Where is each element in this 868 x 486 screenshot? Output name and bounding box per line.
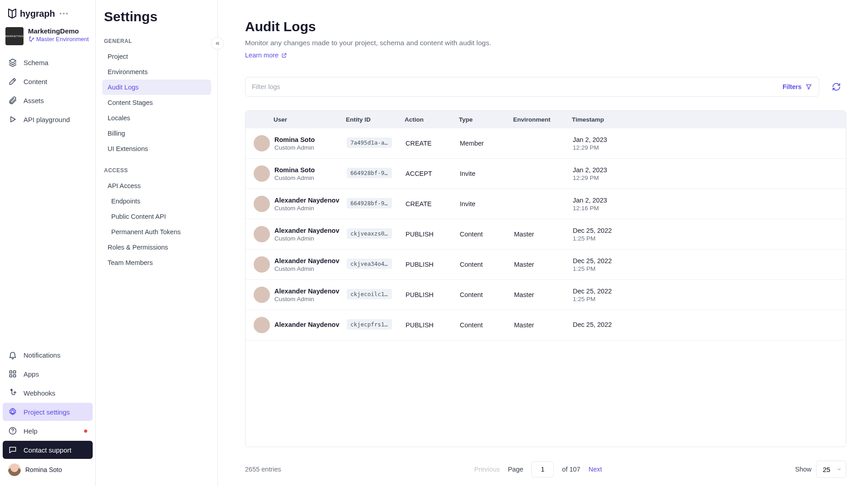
row-type: Invite [460, 200, 514, 208]
page-label: Page [508, 466, 523, 473]
row-user-role: Custom Admin [274, 144, 347, 151]
row-user-name: Romina Soto [274, 136, 347, 143]
sidebar-item-assets[interactable]: Assets [3, 91, 93, 109]
sidebar-item-schema[interactable]: Schema [3, 53, 93, 71]
gear-icon [8, 407, 17, 416]
project-environment[interactable]: Master Environment [28, 36, 89, 42]
more-icon[interactable] [60, 13, 68, 14]
paperclip-icon [8, 96, 17, 105]
settings-item-audit-logs[interactable]: Audit Logs [102, 80, 211, 95]
entity-id: 7a495d1a-a7… [347, 137, 392, 148]
page-title: Audit Logs [245, 19, 846, 34]
sidebar-item-contact-support[interactable]: Contact support [3, 441, 93, 459]
settings-item-ui-extensions[interactable]: UI Extensions [102, 141, 211, 156]
table-header: User Entity ID Action Type Environment T… [245, 111, 846, 128]
row-user-name: Alexander Naydenov [274, 321, 347, 328]
row-time: 1:25 PM [573, 235, 838, 242]
user-avatar [254, 226, 270, 242]
row-date: Dec 25, 2022 [573, 288, 838, 295]
row-type: Content [460, 321, 514, 329]
chevrons-left-icon [215, 41, 220, 46]
section-general-label: GENERAL [102, 35, 211, 49]
entity-id: ckjvea34o4p… [347, 259, 392, 269]
row-action: PUBLISH [406, 261, 460, 268]
settings-item-billing[interactable]: Billing [102, 126, 211, 141]
sidebar-item-apps[interactable]: Apps [3, 365, 93, 383]
section-access-label: ACCESS [102, 165, 211, 178]
next-button[interactable]: Next [589, 466, 602, 473]
row-date: Dec 25, 2022 [573, 321, 838, 328]
table-row[interactable]: Alexander Naydenov Custom Admin ckjecoil… [245, 280, 846, 310]
hygraph-icon [7, 8, 17, 19]
show-label: Show [795, 466, 811, 473]
row-time: 1:25 PM [573, 265, 838, 272]
row-type: Member [460, 140, 514, 147]
page-input[interactable] [531, 461, 554, 477]
row-action: ACCEPT [406, 170, 460, 177]
sidebar-item-content[interactable]: Content [3, 72, 93, 90]
settings-item-content-stages[interactable]: Content Stages [102, 95, 211, 110]
row-time: 12:29 PM [573, 175, 838, 181]
page-size-select[interactable]: 25 [816, 461, 846, 478]
bell-icon [8, 350, 17, 359]
project-switcher[interactable]: MARKETING MarketingDemo Master Environme… [3, 25, 93, 53]
sidebar-item-webhooks[interactable]: Webhooks [3, 384, 93, 402]
learn-more-link[interactable]: Learn more [245, 52, 287, 59]
row-action: PUBLISH [406, 291, 460, 298]
hook-icon [8, 388, 17, 397]
row-time: 12:16 PM [573, 205, 838, 212]
table-row[interactable]: Alexander Naydenov Custom Admin ckjveaxz… [245, 219, 846, 250]
page-total: of 107 [562, 466, 580, 473]
th-entity: Entity ID [346, 116, 405, 123]
help-icon [8, 426, 17, 435]
row-date: Dec 25, 2022 [573, 227, 838, 234]
paperclip-icon [8, 96, 17, 105]
row-user-role: Custom Admin [274, 296, 347, 302]
filter-input[interactable] [252, 83, 783, 90]
sidebar-item-project-settings[interactable]: Project settings [3, 403, 93, 421]
settings-item-locales[interactable]: Locales [102, 110, 211, 126]
table-row[interactable]: Alexander Naydenov Custom Admin ckjvea34… [245, 250, 846, 280]
project-thumbnail: MARKETING [5, 27, 24, 45]
filters-button[interactable]: Filters [783, 83, 812, 90]
row-date: Jan 2, 2023 [573, 197, 838, 204]
collapse-sidebar-button[interactable] [211, 37, 224, 50]
settings-item-api-access[interactable]: API Access [102, 178, 211, 193]
user-avatar [254, 196, 270, 212]
layers-icon [8, 58, 17, 67]
page-description: Monitor any changes made to your project… [245, 39, 846, 47]
sidebar-item-label: Help [24, 427, 38, 435]
settings-item-roles-&-permissions[interactable]: Roles & Permissions [102, 240, 211, 255]
grid-icon [8, 369, 17, 378]
table-row[interactable]: Alexander Naydenov ckjecpfrs1qb… PUBLISH… [245, 310, 846, 340]
row-user-name: Alexander Naydenov [274, 257, 347, 264]
current-user[interactable]: Romina Soto [3, 459, 93, 481]
brand-logo[interactable]: hygraph [7, 8, 55, 19]
external-link-icon [281, 52, 287, 58]
settings-item-team-members[interactable]: Team Members [102, 255, 211, 270]
project-name: MarketingDemo [28, 27, 89, 35]
settings-item-environments[interactable]: Environments [102, 64, 211, 80]
table-row[interactable]: Romina Soto Custom Admin 7a495d1a-a7… CR… [245, 128, 846, 159]
user-avatar [8, 463, 21, 476]
settings-item-project[interactable]: Project [102, 49, 211, 64]
entity-id: ckjveaxzs01h… [347, 228, 392, 239]
row-action: PUBLISH [406, 321, 460, 329]
sidebar-item-help[interactable]: Help [3, 422, 93, 440]
sidebar-item-notifications[interactable]: Notifications [3, 346, 93, 364]
table-row[interactable]: Romina Soto Custom Admin 664928bf-98… AC… [245, 159, 846, 189]
settings-item-permanent-auth-tokens[interactable]: Permanent Auth Tokens [102, 224, 211, 240]
refresh-button[interactable] [826, 77, 846, 97]
sidebar-item-api-playground[interactable]: API playground [3, 110, 93, 128]
row-environment: Master [514, 231, 573, 238]
settings-title: Settings [102, 7, 211, 35]
entity-id: 664928bf-98… [347, 198, 392, 208]
settings-item-endpoints[interactable]: Endpoints [102, 193, 211, 209]
row-date: Dec 25, 2022 [573, 257, 838, 264]
row-user-name: Alexander Naydenov [274, 197, 347, 204]
row-action: CREATE [406, 140, 460, 147]
previous-button[interactable]: Previous [474, 466, 500, 473]
settings-item-public-content-api[interactable]: Public Content API [102, 209, 211, 224]
entries-count: 2655 entries [245, 466, 281, 473]
table-row[interactable]: Alexander Naydenov Custom Admin 664928bf… [245, 189, 846, 219]
